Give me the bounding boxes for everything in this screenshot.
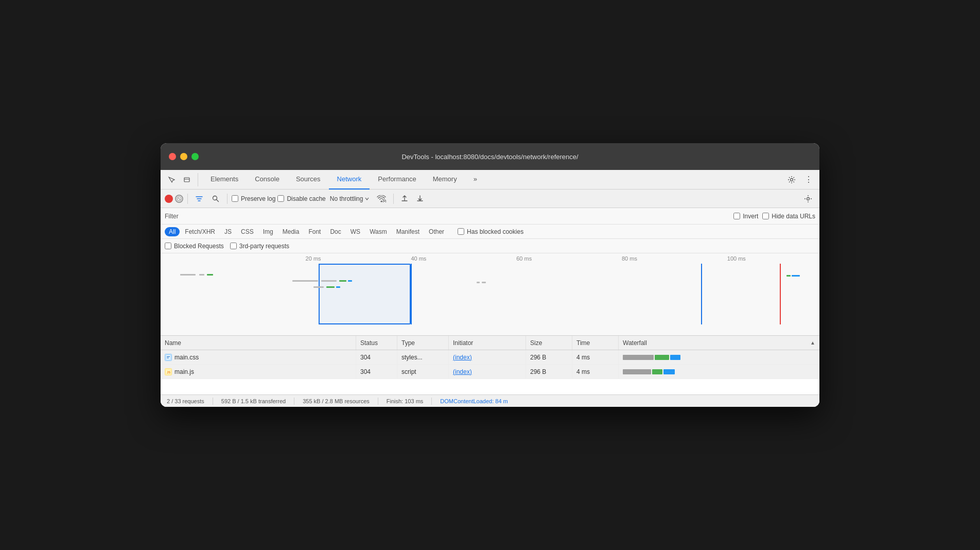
blue-vertical-line: [701, 264, 702, 324]
wf-gray-bar-js: [623, 369, 651, 374]
wf-gray-bar: [623, 355, 654, 360]
timeline-label-40ms: 40 ms: [411, 255, 426, 262]
layers-icon-btn[interactable]: [180, 173, 194, 186]
waterfall-bars-js: [623, 369, 815, 374]
js-file-icon: JS: [165, 368, 172, 375]
filter-other[interactable]: Other: [425, 227, 448, 236]
waterfall-bars-css: [623, 355, 815, 360]
titlebar: DevTools - localhost:8080/docs/devtools/…: [161, 143, 819, 170]
svg-point-8: [384, 201, 385, 202]
filter-doc[interactable]: Doc: [326, 227, 345, 236]
blocked-requests-label[interactable]: Blocked Requests: [165, 243, 224, 250]
toolbar-divider-3: [393, 194, 394, 204]
throttle-select[interactable]: No throttling: [328, 194, 372, 203]
preserve-log-label[interactable]: Preserve log: [232, 195, 275, 202]
waterfall-row-4: [477, 282, 486, 283]
upload-btn[interactable]: [398, 194, 411, 203]
transferred-size: 592 B / 1.5 kB transferred: [221, 398, 286, 404]
disable-cache-label[interactable]: Disable cache: [277, 195, 325, 202]
filter-manifest[interactable]: Manifest: [392, 227, 424, 236]
svg-rect-10: [166, 355, 171, 360]
stop-button[interactable]: [175, 195, 183, 203]
table-header: Name Status Type Initiator Size Time Wat…: [161, 336, 819, 350]
waterfall-row-3: [306, 286, 340, 288]
waterfall-overview[interactable]: 20 ms 40 ms 60 ms 80 ms 100 ms: [161, 253, 819, 336]
tabs-list: Elements Console Sources Network Perform…: [202, 170, 784, 190]
download-btn[interactable]: [413, 194, 427, 203]
hide-data-urls-label[interactable]: Hide data URLs: [762, 213, 815, 220]
waterfall-selection-box[interactable]: [319, 264, 411, 324]
waterfall-row-2: [292, 280, 352, 282]
red-vertical-line: [780, 264, 781, 324]
tab-performance[interactable]: Performance: [370, 170, 424, 190]
devtools-window: DevTools - localhost:8080/docs/devtools/…: [161, 143, 819, 407]
record-button[interactable]: [165, 195, 173, 203]
filter-css[interactable]: CSS: [237, 227, 258, 236]
tab-sources[interactable]: Sources: [288, 170, 329, 190]
table-row[interactable]: main.css 304 styles... (index) 296 B 4 m…: [161, 350, 819, 365]
selection-left-handle[interactable]: [319, 264, 320, 324]
filter-font[interactable]: Font: [304, 227, 325, 236]
wifi-settings-btn[interactable]: [374, 194, 389, 203]
network-settings-btn[interactable]: [801, 192, 815, 206]
invert-checkbox[interactable]: [733, 213, 740, 219]
initiator-link-js[interactable]: (index): [453, 368, 472, 375]
tab-more[interactable]: »: [465, 170, 485, 190]
filter-label: Filter: [165, 213, 179, 220]
filter-all[interactable]: All: [165, 227, 180, 236]
th-type[interactable]: Type: [397, 336, 449, 350]
cursor-icon-btn[interactable]: [165, 173, 178, 186]
search-icon-btn[interactable]: [208, 194, 223, 204]
td-status-js: 304: [356, 365, 397, 379]
table-row[interactable]: JS main.js 304 script (index) 296 B 4 ms: [161, 365, 819, 379]
hide-data-urls-checkbox[interactable]: [762, 213, 769, 219]
preserve-log-checkbox[interactable]: [232, 195, 238, 202]
svg-rect-11: [167, 356, 170, 357]
th-waterfall[interactable]: Waterfall ▲: [619, 336, 819, 350]
has-blocked-cookies-label[interactable]: Has blocked cookies: [458, 228, 523, 235]
settings-icon-btn[interactable]: [784, 173, 799, 187]
traffic-lights: [169, 153, 199, 160]
td-size-js: 296 B: [526, 365, 572, 379]
th-size[interactable]: Size: [526, 336, 572, 350]
filter-fetch-xhr[interactable]: Fetch/XHR: [181, 227, 219, 236]
tab-console[interactable]: Console: [247, 170, 288, 190]
filter-img[interactable]: Img: [259, 227, 277, 236]
more-dots-icon: ⋮: [804, 175, 812, 184]
invert-label[interactable]: Invert: [733, 213, 758, 220]
th-time[interactable]: Time: [572, 336, 619, 350]
td-initiator-js: (index): [449, 365, 526, 379]
svg-text:JS: JS: [167, 370, 171, 374]
blocked-requests-checkbox[interactable]: [165, 243, 171, 249]
td-initiator-css: (index): [449, 350, 526, 364]
tab-network[interactable]: Network: [329, 170, 370, 190]
initiator-link-css[interactable]: (index): [453, 354, 472, 361]
waterfall-row-1: [180, 274, 213, 276]
filter-ws[interactable]: WS: [346, 227, 364, 236]
timeline-label-20ms: 20 ms: [306, 255, 321, 262]
td-time-js: 4 ms: [572, 365, 619, 379]
selection-right-handle[interactable]: [411, 264, 412, 324]
filter-wasm[interactable]: Wasm: [365, 227, 391, 236]
th-name[interactable]: Name: [161, 336, 356, 350]
timeline-label-100ms: 100 ms: [727, 255, 746, 262]
wf-blue-bar: [670, 355, 680, 360]
th-initiator[interactable]: Initiator: [449, 336, 526, 350]
finish-time: Finish: 103 ms: [387, 398, 424, 404]
th-status[interactable]: Status: [356, 336, 397, 350]
filter-js[interactable]: JS: [220, 227, 236, 236]
third-party-requests-checkbox[interactable]: [230, 243, 237, 249]
third-party-requests-label[interactable]: 3rd-party requests: [230, 243, 289, 250]
disable-cache-checkbox[interactable]: [277, 195, 284, 202]
maximize-button[interactable]: [191, 153, 199, 160]
filter-icon-btn[interactable]: [192, 194, 206, 204]
tab-memory[interactable]: Memory: [425, 170, 465, 190]
tab-elements[interactable]: Elements: [202, 170, 247, 190]
filter-bar: Filter Invert Hide data URLs: [161, 208, 819, 225]
more-icon-btn[interactable]: ⋮: [801, 173, 815, 187]
has-blocked-cookies-checkbox[interactable]: [458, 228, 464, 235]
filter-media[interactable]: Media: [278, 227, 304, 236]
close-button[interactable]: [169, 153, 176, 160]
minimize-button[interactable]: [180, 153, 187, 160]
status-divider-2: [294, 398, 294, 405]
